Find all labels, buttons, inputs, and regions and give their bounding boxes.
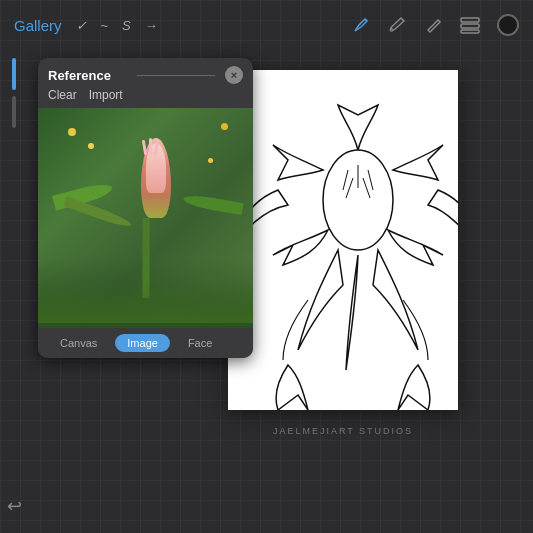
reference-image (38, 108, 253, 328)
modify-icon[interactable]: ✓ (76, 18, 87, 33)
opacity-slider[interactable] (12, 96, 16, 128)
canvas-area: JAELMEJIART STUDIOS Reference × Clear Im… (28, 50, 533, 533)
svg-line-8 (346, 178, 353, 198)
canvas-tab[interactable]: Canvas (48, 334, 109, 352)
brush-icon[interactable] (387, 15, 407, 35)
curve-icon[interactable]: ~ (101, 18, 109, 33)
canvas-watermark: JAELMEJIART STUDIOS (228, 426, 458, 436)
toolbar: Gallery ✓ ~ S → (0, 0, 533, 50)
reference-actions: Clear Import (38, 88, 253, 108)
brush-size-slider[interactable] (12, 58, 16, 90)
bg-flower-1 (68, 128, 76, 136)
transform-icon[interactable]: → (145, 18, 158, 33)
svg-rect-3 (461, 30, 479, 33)
flower-photo (38, 108, 253, 328)
toolbar-right (351, 14, 519, 36)
ground (38, 283, 253, 323)
reference-tabs: Canvas Image Face (38, 328, 253, 358)
svg-line-5 (343, 170, 348, 190)
import-button[interactable]: Import (89, 88, 123, 102)
drawing-canvas[interactable]: JAELMEJIART STUDIOS (228, 70, 458, 410)
image-tab[interactable]: Image (115, 334, 170, 352)
reference-title: Reference (48, 68, 127, 83)
svg-line-9 (363, 178, 370, 198)
bg-flower-2 (88, 143, 94, 149)
svg-line-7 (368, 170, 373, 190)
svg-rect-2 (461, 24, 479, 28)
left-sidebar: ↩ (0, 50, 28, 533)
face-tab[interactable]: Face (176, 334, 224, 352)
reference-panel: Reference × Clear Import (38, 58, 253, 358)
color-picker[interactable] (497, 14, 519, 36)
pencil-icon[interactable] (423, 15, 443, 35)
reference-close-button[interactable]: × (225, 66, 243, 84)
bg-flower-3 (221, 123, 228, 130)
text-icon[interactable]: S (122, 18, 131, 33)
leaf-bottom (63, 196, 132, 229)
main-flower (131, 138, 161, 218)
svg-rect-1 (461, 18, 479, 22)
pen-icon[interactable] (351, 15, 371, 35)
clear-button[interactable]: Clear (48, 88, 77, 102)
bg-flower-4 (208, 158, 213, 163)
toolbar-left: Gallery ✓ ~ S → (14, 17, 158, 34)
undo-button[interactable]: ↩ (7, 495, 22, 517)
leaf-right (182, 193, 243, 215)
layers-icon[interactable] (459, 16, 481, 34)
reference-divider (137, 75, 216, 76)
reference-header: Reference × (38, 58, 253, 88)
gallery-button[interactable]: Gallery (14, 17, 62, 34)
